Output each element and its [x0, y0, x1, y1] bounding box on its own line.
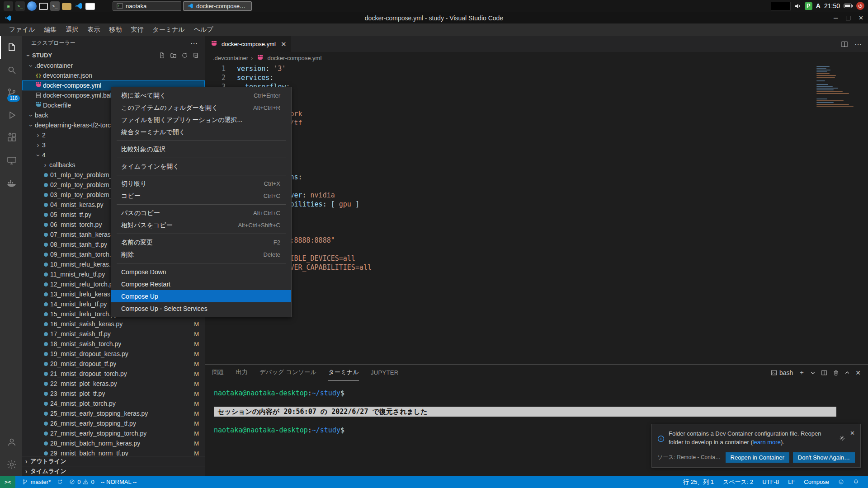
extensions-icon[interactable] — [0, 127, 22, 149]
taskbar-window-button[interactable]: naotaka — [113, 1, 181, 11]
menubar-item[interactable]: ヘルプ — [189, 26, 218, 34]
notification-close-icon[interactable]: ✕ — [850, 430, 855, 447]
panel-tab[interactable]: 問題 — [212, 365, 224, 380]
tree-item[interactable]: 25_mnist_early_stopping_keras.pyM — [22, 408, 205, 418]
outline-section[interactable]: › アウトライン — [22, 456, 205, 466]
context-menu-item[interactable]: 切り取りCtrl+X — [111, 178, 291, 190]
search-icon[interactable] — [0, 59, 22, 81]
chevron-down-icon[interactable] — [810, 370, 816, 375]
problems-item[interactable]: 0 0 — [66, 476, 97, 488]
docker-icon[interactable] — [0, 172, 22, 194]
source-control-icon[interactable]: 118 — [0, 81, 22, 104]
tree-item[interactable]: 29_mnist_batch_norm_tf.pyM — [22, 448, 205, 456]
tree-item[interactable]: 20_mnist_dropout_tf.pyM — [22, 359, 205, 369]
tree-item[interactable]: 24_mnist_plot_torch.pyM — [22, 399, 205, 408]
context-menu-item[interactable]: Compose Up — [111, 290, 291, 302]
panel-tab[interactable]: JUPYTER — [371, 365, 398, 380]
code-editor[interactable]: 1version: '3'2services:3 tensorflow:456 … — [205, 64, 868, 364]
browser-icon[interactable] — [27, 1, 37, 11]
split-terminal-icon[interactable] — [821, 370, 827, 376]
settings-gear-icon[interactable] — [0, 453, 22, 476]
tree-item[interactable]: 27_mnist_early_stopping_torch.pyM — [22, 428, 205, 438]
sidebar-more-icon[interactable]: ⋯ — [190, 39, 198, 47]
tree-item[interactable]: 18_mnist_swish_torch.pyM — [22, 339, 205, 349]
section-header-study[interactable]: › STUDY — [22, 50, 205, 61]
context-menu-item[interactable]: Compose Restart — [111, 278, 291, 290]
shell-picker[interactable]: bash — [771, 369, 793, 376]
context-menu-item[interactable]: 比較対象の選択 — [111, 143, 291, 155]
new-file-icon[interactable] — [159, 52, 165, 59]
cursor-position[interactable]: 行 25、列 1 — [679, 478, 718, 486]
tree-item[interactable]: 19_mnist_dropout_keras.pyM — [22, 349, 205, 359]
menubar-item[interactable]: 選択 — [61, 26, 83, 34]
menubar-item[interactable]: ターミナル — [148, 26, 189, 34]
remote-explorer-icon[interactable] — [0, 149, 22, 172]
chevron-up-icon[interactable] — [844, 370, 850, 375]
terminal2-icon[interactable]: >_ — [50, 1, 60, 11]
input-method-tray-icon[interactable]: A — [816, 2, 821, 9]
breadcrumb[interactable]: .devcontainer › docker-compose.yml — [205, 52, 868, 64]
minimize-icon[interactable]: ─ — [834, 14, 838, 21]
tree-item[interactable]: {}devcontainer.json — [22, 70, 205, 80]
breadcrumb-folder[interactable]: .devcontainer — [213, 55, 248, 61]
reopen-in-container-button[interactable]: Reopen in Container — [726, 452, 789, 463]
remote-indicator[interactable]: >< — [0, 476, 15, 488]
context-menu-item[interactable]: ファイルを開くアプリケーションの選択... — [111, 114, 291, 126]
clock[interactable]: 21:50 — [824, 2, 840, 9]
notifications-bell-icon[interactable] — [849, 479, 863, 485]
dont-show-again-button[interactable]: Don't Show Again… — [793, 452, 855, 463]
tree-item[interactable]: ›.devcontainer — [22, 61, 205, 70]
vim-mode-indicator[interactable]: -- NORMAL -- — [98, 476, 140, 488]
editor-tab[interactable]: docker-compose.yml ✕ — [205, 36, 292, 52]
new-terminal-icon[interactable]: ＋ — [798, 369, 805, 377]
indentation[interactable]: スペース: 2 — [718, 478, 758, 486]
split-editor-icon[interactable] — [841, 41, 848, 48]
accounts-icon[interactable] — [0, 431, 22, 453]
explorer-icon[interactable] — [0, 36, 22, 59]
vscode-launcher-icon[interactable] — [74, 1, 83, 11]
context-menu-item[interactable]: このアイテムのフォルダーを開くAlt+Ctrl+R — [111, 102, 291, 114]
context-menu-item[interactable]: 統合ターミナルで開く — [111, 126, 291, 138]
clipboard-tray-icon[interactable]: P — [805, 2, 812, 10]
menubar-item[interactable]: ファイル — [5, 26, 39, 34]
window-icon[interactable] — [85, 3, 95, 10]
panel-tab[interactable]: 出力 — [236, 365, 248, 380]
panel-tab[interactable]: デバッグ コンソール — [259, 365, 316, 380]
new-folder-icon[interactable] — [170, 52, 177, 59]
collapse-all-icon[interactable] — [193, 52, 199, 59]
timeline-section[interactable]: › タイムライン — [22, 466, 205, 476]
learn-more-link[interactable]: learn more — [753, 439, 781, 446]
applications-menu-icon[interactable]: ◉ — [4, 1, 13, 11]
context-menu-item[interactable]: 削除Delete — [111, 249, 291, 261]
encoding[interactable]: UTF-8 — [758, 479, 783, 485]
display-icon[interactable] — [39, 3, 48, 10]
power-icon[interactable] — [856, 2, 864, 10]
trash-icon[interactable] — [833, 370, 839, 376]
context-menu-item[interactable]: タイムラインを開く — [111, 160, 291, 173]
context-menu-item[interactable]: コピーCtrl+C — [111, 190, 291, 202]
tab-close-icon[interactable]: ✕ — [281, 40, 287, 48]
eol-sequence[interactable]: LF — [783, 479, 799, 485]
run-debug-icon[interactable] — [0, 104, 22, 127]
sync-item[interactable] — [54, 476, 66, 488]
tree-item[interactable]: 16_mnist_swish_keras.pyM — [22, 319, 205, 329]
tree-item[interactable]: 22_mnist_plot_keras.pyM — [22, 379, 205, 389]
tree-item[interactable]: 28_mnist_batch_norm_keras.pyM — [22, 438, 205, 448]
close-panel-icon[interactable]: ✕ — [855, 369, 861, 376]
context-menu-item[interactable]: パスのコピーAlt+Ctrl+C — [111, 207, 291, 219]
feedback-icon[interactable] — [834, 479, 849, 485]
context-menu-item[interactable]: 横に並べて開くCtrl+Enter — [111, 89, 291, 102]
notification-settings-gear-icon[interactable] — [839, 430, 845, 447]
taskbar-window-button[interactable]: docker-compose… — [183, 1, 252, 11]
context-menu-item[interactable]: 名前の変更F2 — [111, 236, 291, 249]
context-menu-item[interactable]: 相対パスをコピーAlt+Ctrl+Shift+C — [111, 219, 291, 231]
minimap[interactable] — [816, 66, 862, 111]
battery-icon[interactable] — [844, 3, 853, 9]
file-manager-icon[interactable] — [62, 3, 71, 10]
editor-more-icon[interactable]: ⋯ — [854, 40, 862, 48]
maximize-icon[interactable] — [846, 16, 850, 20]
tree-item[interactable]: 21_mnist_dropout_torch.pyM — [22, 369, 205, 379]
volume-icon[interactable] — [794, 3, 801, 9]
tree-item[interactable]: 23_mnist_plot_tf.pyM — [22, 389, 205, 399]
menubar-item[interactable]: 実行 — [126, 26, 148, 34]
